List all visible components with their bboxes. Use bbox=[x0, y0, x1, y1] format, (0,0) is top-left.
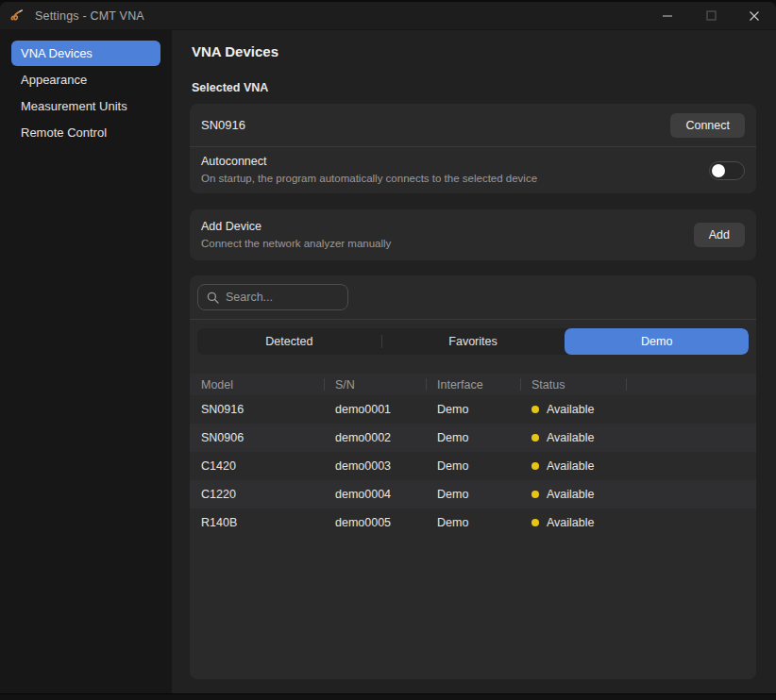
table-row[interactable]: SN0916 demo0001 Demo Available bbox=[190, 395, 756, 424]
autoconnect-text: Autoconnect On startup, the program auto… bbox=[201, 154, 537, 186]
selected-vna-section-label: Selected VNA bbox=[192, 81, 756, 94]
settings-content: VNA Devices Selected VNA SN0916 Connect … bbox=[172, 30, 776, 693]
status-label: Available bbox=[547, 516, 595, 529]
status-available-icon bbox=[531, 519, 539, 526]
table-row[interactable]: C1220 demo0004 Demo Available bbox=[190, 480, 756, 508]
cell-interface: Demo bbox=[426, 452, 520, 480]
cell-interface: Demo bbox=[426, 508, 520, 537]
cell-status: Available bbox=[520, 480, 626, 508]
search-box[interactable] bbox=[197, 284, 348, 310]
tab-label: Demo bbox=[641, 335, 672, 348]
maximize-button[interactable] bbox=[689, 2, 733, 29]
table-row[interactable]: C1420 demo0003 Demo Available bbox=[190, 452, 756, 480]
page-title: VNA Devices bbox=[192, 43, 756, 59]
selected-vna-card: SN0916 Connect Autoconnect On startup, t… bbox=[190, 104, 756, 193]
column-header-empty bbox=[626, 374, 756, 395]
cell-status: Available bbox=[520, 508, 626, 537]
cell-model: SN0906 bbox=[190, 424, 324, 452]
cell-sn: demo0005 bbox=[324, 508, 426, 537]
cell-model: SN0916 bbox=[190, 395, 324, 424]
toggle-knob bbox=[712, 164, 725, 177]
add-button[interactable]: Add bbox=[694, 223, 745, 247]
cell-interface: Demo bbox=[426, 480, 520, 508]
tab-label: Favorites bbox=[448, 335, 497, 348]
cell-sn: demo0002 bbox=[324, 424, 426, 452]
device-browser-card: Detected Favorites Demo bbox=[190, 275, 756, 679]
status-label: Available bbox=[547, 488, 595, 501]
screen: Settings - CMT VNA VNA Devices bbox=[0, 0, 776, 700]
search-icon bbox=[207, 292, 219, 304]
add-device-title: Add Device bbox=[201, 219, 391, 235]
cell-sn: demo0004 bbox=[324, 480, 426, 508]
status-label: Available bbox=[547, 431, 595, 444]
autoconnect-title: Autoconnect bbox=[201, 154, 537, 170]
window-title: Settings - CMT VNA bbox=[35, 9, 144, 23]
search-row bbox=[190, 275, 756, 319]
cell-sn: demo0001 bbox=[324, 395, 426, 424]
cell-empty bbox=[626, 480, 756, 508]
connect-button[interactable]: Connect bbox=[670, 113, 745, 138]
cell-status: Available bbox=[520, 424, 626, 452]
table-row[interactable]: R140B demo0005 Demo Available bbox=[190, 508, 756, 537]
cell-model: C1220 bbox=[190, 480, 324, 508]
sidebar-item-measurement-units[interactable]: Measurement Units bbox=[11, 93, 160, 119]
selected-device-row: SN0916 Connect bbox=[190, 104, 756, 146]
close-button[interactable] bbox=[733, 2, 776, 29]
app-logo-icon bbox=[9, 8, 26, 24]
cell-sn: demo0003 bbox=[324, 452, 426, 480]
table-header-row: Model S/N Interface Status bbox=[190, 374, 756, 395]
add-device-row: Add Device Connect the network analyzer … bbox=[190, 209, 756, 260]
column-header-sn: S/N bbox=[324, 374, 426, 395]
tab-detected[interactable]: Detected bbox=[197, 328, 381, 355]
settings-window: Settings - CMT VNA VNA Devices bbox=[0, 2, 776, 693]
autoconnect-toggle[interactable] bbox=[709, 161, 745, 180]
tab-label: Detected bbox=[265, 335, 312, 348]
column-header-model: Model bbox=[190, 374, 324, 395]
tab-demo[interactable]: Demo bbox=[565, 328, 749, 355]
column-header-status: Status bbox=[520, 374, 626, 395]
sidebar-item-label: VNA Devices bbox=[21, 46, 93, 60]
add-device-description: Connect the network analyzer manually bbox=[201, 237, 391, 252]
sidebar-item-vna-devices[interactable]: VNA Devices bbox=[11, 41, 160, 66]
sidebar-item-remote-control[interactable]: Remote Control bbox=[11, 120, 160, 145]
window-controls bbox=[646, 2, 776, 29]
column-header-interface: Interface bbox=[426, 374, 520, 395]
cell-model: R140B bbox=[190, 508, 324, 537]
tab-favorites[interactable]: Favorites bbox=[381, 328, 565, 355]
status-available-icon bbox=[531, 491, 539, 498]
device-table: Model S/N Interface Status SN0916 bbox=[190, 374, 756, 537]
cell-interface: Demo bbox=[426, 424, 520, 452]
desktop-edge-bottom bbox=[0, 693, 776, 700]
table-row[interactable]: SN0906 demo0002 Demo Available bbox=[190, 424, 756, 452]
status-label: Available bbox=[547, 403, 595, 416]
search-input[interactable] bbox=[226, 291, 339, 304]
add-device-text: Add Device Connect the network analyzer … bbox=[201, 219, 391, 251]
status-available-icon bbox=[531, 462, 539, 470]
status-available-icon bbox=[531, 434, 539, 442]
cell-empty bbox=[626, 395, 756, 424]
cell-model: C1420 bbox=[190, 452, 324, 480]
selected-device-name: SN0916 bbox=[201, 118, 245, 132]
cell-status: Available bbox=[520, 395, 626, 424]
sidebar-item-appearance[interactable]: Appearance bbox=[11, 67, 160, 92]
status-available-icon bbox=[531, 406, 539, 413]
minimize-button[interactable] bbox=[646, 2, 689, 29]
device-tabs-wrap: Detected Favorites Demo bbox=[190, 320, 756, 355]
cell-interface: Demo bbox=[426, 395, 520, 424]
cell-empty bbox=[626, 424, 756, 452]
cell-empty bbox=[626, 508, 756, 537]
cell-empty bbox=[626, 452, 756, 480]
autoconnect-row: Autoconnect On startup, the program auto… bbox=[190, 147, 756, 193]
status-label: Available bbox=[547, 459, 595, 473]
sidebar-item-label: Appearance bbox=[21, 73, 87, 87]
sidebar-item-label: Measurement Units bbox=[21, 99, 127, 113]
cell-status: Available bbox=[520, 452, 626, 480]
device-table-wrap: Model S/N Interface Status SN0916 bbox=[190, 374, 756, 679]
sidebar-item-label: Remote Control bbox=[21, 125, 107, 140]
settings-sidebar: VNA Devices Appearance Measurement Units… bbox=[0, 30, 172, 693]
autoconnect-description: On startup, the program automatically co… bbox=[201, 172, 537, 187]
device-tabs: Detected Favorites Demo bbox=[197, 328, 749, 355]
add-device-card: Add Device Connect the network analyzer … bbox=[190, 209, 756, 260]
titlebar: Settings - CMT VNA bbox=[0, 2, 776, 30]
